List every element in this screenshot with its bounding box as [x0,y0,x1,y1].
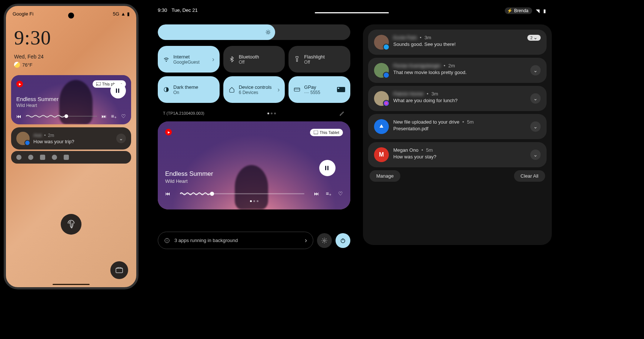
notification-item[interactable]: New file uploaded to your drive•5m Prese… [368,114,547,139]
build-label: T (TP1A.2100409.003) [163,111,204,115]
messages-badge-icon [383,72,390,78]
prev-button[interactable]: ⏮ [16,113,21,119]
svg-point-2 [267,31,269,33]
phone-camera-cutout [68,13,74,19]
next-button[interactable]: ⏭ [314,191,319,197]
svg-rect-4 [294,88,300,91]
page-indicator [267,113,276,114]
gmail-app-icon: M [374,147,389,162]
tile-device-controls[interactable]: Device controls6 Devices [223,76,285,103]
expand-button[interactable] [530,150,541,160]
play-pause-button[interactable] [110,83,126,98]
status-time: 9:30 [158,7,167,14]
queue-button[interactable]: ≡₊ [326,191,331,197]
notification-item[interactable]: Patrick Homer•3m What are you doing for … [368,86,547,111]
expand-button[interactable] [530,121,541,132]
phone-media-card[interactable]: This phone Endless Summer Wild Heart ⏮ ⏭… [11,75,131,124]
prev-button[interactable]: ⏮ [165,191,170,197]
tablet-status-bar: 9:30 Tue, Dec 21 ⚡ Brenda ◥ ▮ [148,4,555,18]
sender-avatar [374,63,389,78]
track-artist: Wild Heart [165,178,343,184]
qs-tiles-grid: InternetGoogleGuest BluetoothOff Flashli… [158,46,350,103]
weather-icon [14,62,20,68]
carrier-label: Google Fi [13,11,33,17]
svg-rect-8 [314,131,318,134]
favorite-button[interactable]: ♡ [121,113,126,119]
card-graphic-icon [337,87,345,92]
bluetooth-icon [228,56,235,63]
notification-item[interactable]: Eunie Park•3m Sounds good. See you there… [368,30,547,55]
tablet-media-card[interactable]: This Tablet Endless Summer Wild Heart ⏮ … [158,121,350,209]
notification-icon-shelf[interactable] [11,151,131,164]
lock-weather[interactable]: 76°F [6,60,136,70]
facebook-icon [28,155,33,160]
wallet-button[interactable] [110,261,128,279]
notification-item[interactable]: Florian Koenigsberger•2m That new movie … [368,58,547,83]
count-chip[interactable]: 2 [527,35,541,41]
app-icon [16,155,21,160]
gear-icon [321,237,328,244]
sender-avatar [16,132,30,145]
svg-rect-7 [338,88,339,89]
progress-slider[interactable] [26,116,97,117]
svg-rect-1 [116,268,123,273]
tile-flashlight[interactable]: FlashlightOff [288,46,350,73]
signal-icon: ▲ [121,11,126,17]
user-chip[interactable]: ⚡ Brenda [505,7,532,14]
track-artist: Wild Heart [16,103,126,108]
settings-button[interactable] [317,233,332,248]
lock-date: Wed, Feb 24 [6,49,136,60]
tile-bluetooth[interactable]: BluetoothOff [223,46,285,73]
brightness-icon [265,29,271,36]
cast-chip[interactable]: This Tablet [310,129,343,136]
notification-panel: Eunie Park•3m Sounds good. See you there… [363,24,552,245]
drive-app-icon [374,119,389,134]
brightness-slider[interactable] [158,24,350,40]
power-button[interactable] [336,233,350,248]
power-icon [340,237,346,244]
drive-icon [52,155,57,160]
fingerprint-icon [66,219,76,229]
play-pause-button[interactable] [319,160,336,176]
phone-notification[interactable]: Alok • 2m How was your trip? [11,127,131,150]
notif-message: How was your trip? [33,139,113,144]
youtube-music-icon [16,81,23,87]
media-page-indicator [165,200,343,202]
chevron-right-icon [305,236,307,244]
tile-gpay[interactable]: GPay···· 5555 [288,76,350,103]
background-apps-bar[interactable]: 3 apps running in background [158,232,313,249]
pause-icon [325,166,330,170]
progress-slider[interactable] [180,193,304,194]
tile-internet[interactable]: InternetGoogleGuest [158,46,220,73]
queue-button[interactable]: ≡₊ [111,113,117,119]
twitter-badge-icon [383,44,390,50]
next-button[interactable]: ⏭ [101,113,107,119]
clear-all-button[interactable]: Clear All [514,170,545,182]
pause-icon [116,88,120,93]
expand-button[interactable] [530,65,541,75]
nav-handle[interactable] [315,12,389,13]
expand-button[interactable] [530,93,541,104]
wifi-icon: ◥ [536,8,540,14]
cast-icon [96,82,101,86]
tile-dark-theme[interactable]: Dark themeOn [158,76,220,103]
battery-icon: ▮ [543,8,546,14]
sender-avatar [374,91,389,106]
youtube-icon [40,155,45,160]
dark-theme-icon [163,86,170,93]
app-icon [64,155,69,160]
edit-tiles-button[interactable] [339,110,345,116]
network-label: 5G [113,11,119,17]
status-date: Tue, Dec 21 [171,7,197,14]
svg-point-12 [324,239,326,241]
wifi-icon [163,56,170,63]
expand-button[interactable] [116,134,126,143]
manage-button[interactable]: Manage [370,170,400,182]
notification-item[interactable]: M Megan Ono•5m How was your stay? [368,142,547,167]
pencil-icon [339,110,345,116]
track-title: Endless Summer [16,96,126,102]
fingerprint-button[interactable] [61,214,81,235]
nav-handle[interactable] [53,284,90,285]
favorite-button[interactable]: ♡ [338,191,343,197]
home-icon [228,86,235,93]
